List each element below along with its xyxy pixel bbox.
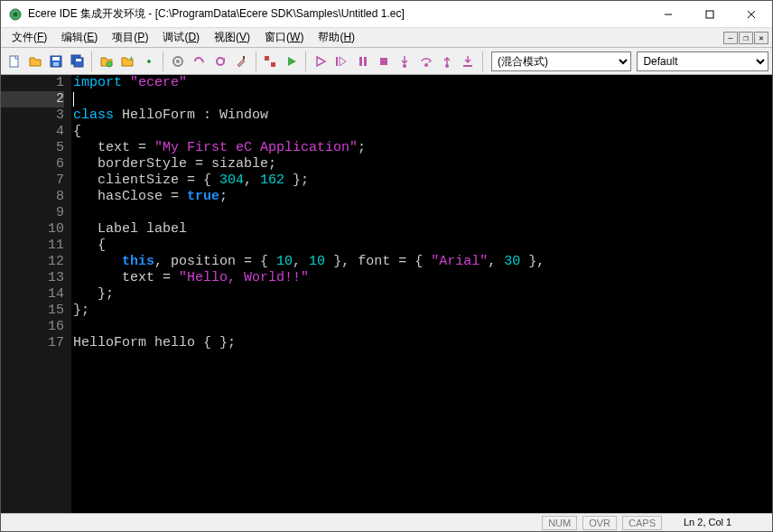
mode-combo[interactable]: (混合模式)	[491, 51, 631, 71]
svg-rect-17	[243, 56, 245, 60]
line-number: 11	[1, 238, 64, 254]
title-bar: Ecere IDE 集成开发环境 - [C:\ProgramData\Ecere…	[1, 1, 772, 28]
code-line[interactable]: borderStyle = sizable;	[73, 156, 772, 173]
code-line[interactable]: text = "Hello, World!!"	[73, 270, 772, 286]
config-combo[interactable]: Default	[637, 51, 768, 71]
svg-point-13	[107, 61, 112, 67]
window-title: Ecere IDE 集成开发环境 - [C:\ProgramData\Ecere…	[28, 6, 647, 22]
line-number: 3	[1, 107, 64, 124]
code-line[interactable]: {	[73, 238, 772, 254]
mdi-close-button[interactable]: ✕	[754, 32, 768, 44]
svg-point-25	[424, 63, 428, 67]
code-line[interactable]: import "ecere"	[73, 75, 772, 91]
code-line[interactable]: text = "My First eC Application";	[73, 140, 772, 156]
line-number: 5	[1, 140, 64, 156]
mdi-controls: – ❐ ✕	[722, 32, 768, 44]
build-button[interactable]	[168, 51, 187, 71]
code-line[interactable]	[73, 319, 772, 335]
line-number: 2	[1, 91, 64, 107]
code-area[interactable]: import "ecere"class HelloForm : Window{ …	[71, 75, 772, 513]
maximize-button[interactable]	[689, 1, 731, 28]
toolbar-separator	[163, 51, 163, 71]
step-over-button[interactable]	[416, 51, 435, 71]
menu-file[interactable]: 文件(F)	[5, 28, 54, 47]
code-line[interactable]	[73, 205, 772, 221]
minimize-button[interactable]	[647, 1, 689, 28]
code-line[interactable]: };	[73, 303, 772, 319]
debug-pause-button[interactable]	[353, 51, 372, 71]
code-line[interactable]: HelloForm hello { };	[73, 335, 772, 351]
menu-project[interactable]: 项目(P)	[105, 28, 155, 47]
svg-text:+: +	[129, 54, 134, 63]
toolbar-separator	[482, 51, 483, 71]
svg-point-16	[176, 60, 180, 63]
svg-point-24	[403, 64, 406, 68]
debug-restart-button[interactable]	[332, 51, 351, 71]
menu-help[interactable]: 帮助(H)	[311, 28, 362, 47]
rebuild-button[interactable]	[210, 51, 229, 71]
open-project-button[interactable]	[97, 51, 116, 71]
line-number: 9	[1, 205, 64, 221]
toolbar: + (混合模式) Default	[1, 48, 772, 75]
line-number: 6	[1, 156, 64, 173]
ide-window: Ecere IDE 集成开发环境 - [C:\ProgramData\Ecere…	[0, 0, 773, 532]
code-line[interactable]: clientSize = { 304, 162 };	[73, 173, 772, 189]
menu-window[interactable]: 窗口(W)	[257, 28, 311, 47]
app-icon	[8, 7, 23, 22]
clean-button[interactable]	[231, 51, 250, 71]
debug-start-button[interactable]	[311, 51, 330, 71]
breakpoint-toggle-button[interactable]	[261, 51, 280, 71]
svg-rect-22	[364, 57, 367, 66]
menu-bar: 文件(F) 编辑(E) 项目(P) 调试(D) 视图(V) 窗口(W) 帮助(H…	[1, 28, 772, 48]
code-editor[interactable]: 1234567891011121314151617 import "ecere"…	[1, 75, 772, 513]
run-button[interactable]	[282, 51, 301, 71]
relink-button[interactable]	[190, 51, 209, 71]
svg-rect-3	[706, 11, 713, 18]
line-number: 10	[1, 221, 64, 238]
menu-view[interactable]: 视图(V)	[207, 28, 257, 47]
line-number: 4	[1, 124, 64, 140]
step-into-button[interactable]	[396, 51, 414, 71]
step-out-button[interactable]	[437, 51, 456, 71]
mdi-restore-button[interactable]: ❐	[739, 32, 753, 44]
status-ovr: OVR	[582, 516, 617, 530]
code-line[interactable]: Label label	[73, 221, 772, 238]
add-file-button[interactable]	[139, 51, 158, 71]
toolbar-separator	[305, 51, 306, 71]
text-cursor	[73, 92, 74, 107]
svg-rect-12	[76, 59, 81, 61]
add-project-button[interactable]: +	[118, 51, 137, 71]
code-line[interactable]: {	[73, 124, 772, 140]
save-button[interactable]	[47, 51, 66, 71]
status-caps: CAPS	[622, 516, 662, 530]
toolbar-separator	[256, 51, 256, 71]
window-controls	[647, 1, 772, 28]
line-number: 14	[1, 286, 64, 303]
svg-rect-6	[10, 56, 18, 67]
debug-stop-button[interactable]	[374, 51, 393, 71]
code-line[interactable]: this, position = { 10, 10 }, font = { "A…	[73, 254, 772, 270]
mdi-minimize-button[interactable]: –	[723, 32, 738, 44]
menu-edit[interactable]: 编辑(E)	[54, 28, 105, 47]
run-to-cursor-button[interactable]	[459, 51, 478, 71]
close-button[interactable]	[731, 1, 772, 28]
menu-debug[interactable]: 调试(D)	[155, 28, 207, 47]
code-line[interactable]: };	[73, 286, 772, 303]
code-line[interactable]: class HelloForm : Window	[73, 107, 772, 124]
status-position: Ln 2, Col 1	[667, 516, 767, 530]
line-number: 8	[1, 189, 64, 205]
line-number: 12	[1, 254, 64, 270]
svg-point-1	[14, 12, 18, 16]
svg-rect-23	[380, 58, 387, 65]
svg-point-26	[445, 64, 449, 68]
svg-rect-8	[52, 57, 60, 61]
save-all-button[interactable]	[68, 51, 87, 71]
line-number: 7	[1, 173, 64, 189]
toolbar-separator	[91, 51, 92, 71]
code-line[interactable]: hasClose = true;	[73, 189, 772, 205]
line-number: 15	[1, 303, 64, 319]
status-bar: NUM OVR CAPS Ln 2, Col 1	[1, 513, 772, 531]
new-file-button[interactable]	[5, 51, 23, 71]
open-file-button[interactable]	[25, 51, 44, 71]
code-line[interactable]	[73, 91, 772, 107]
